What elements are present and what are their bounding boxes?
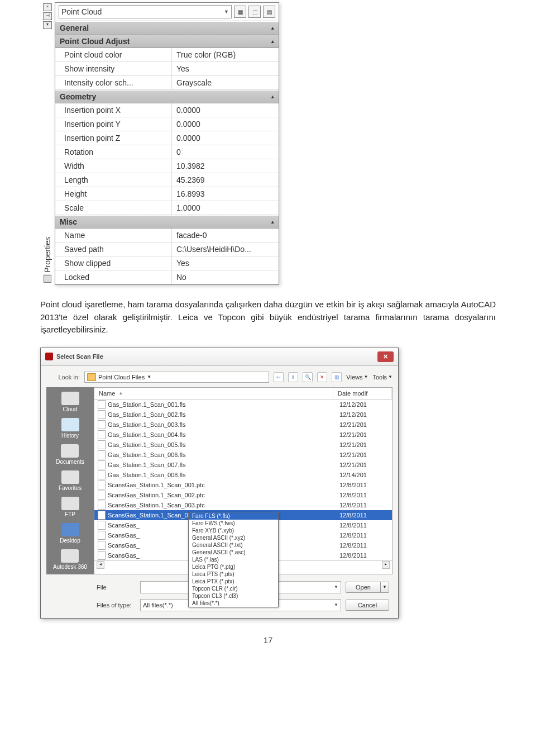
file-type-option[interactable]: LAS (*.las) [189,556,278,563]
file-icon [98,470,106,479]
file-type-option[interactable]: General ASCII (*.txt) [189,541,278,549]
section-header[interactable]: General▴ [55,21,279,35]
property-row[interactable]: Saved pathC:\Users\HeidiH\Do... [55,243,279,256]
property-row[interactable]: Insertion point Y0.0000 [55,117,279,131]
pin-icon[interactable]: ⊣ [43,12,52,20]
property-value[interactable]: 0.0000 [171,103,279,117]
open-split-icon[interactable]: ▼ [381,582,389,593]
file-type-option[interactable]: Faro FWS (*.fws) [189,520,278,527]
file-type-option[interactable]: General ASCII (*.xyz) [189,534,278,541]
quick-calc-icon[interactable]: ▤ [263,6,275,18]
places-item[interactable]: Favorites [59,470,82,491]
file-name: Gas_Station.1_Scan_004.fls [108,431,185,438]
file-type-option[interactable]: Topcon CL3 (*.cl3) [189,592,278,600]
property-value[interactable]: 0.0000 [171,117,279,131]
property-row[interactable]: Length45.2369 [55,173,279,187]
file-icon [98,430,106,439]
places-item[interactable]: History [61,418,79,439]
property-value[interactable]: 16.8993 [171,187,279,201]
file-row[interactable]: ScansGas_Station.1_Scan_001.ptc12/8/2011 [94,480,392,490]
delete-icon[interactable]: ✕ [317,372,327,382]
cancel-button[interactable]: Cancel [346,600,389,611]
property-row[interactable]: Width10.3982 [55,159,279,173]
places-item[interactable]: Cloud [61,392,79,412]
file-type-option[interactable]: General ASCII (*.asc) [189,549,278,556]
property-value[interactable]: C:\Users\HeidiH\Do... [171,243,279,256]
scroll-right-icon[interactable]: ▸ [382,561,390,569]
close-icon[interactable]: × [43,3,52,11]
place-icon [61,392,79,405]
scroll-left-icon[interactable]: ◂ [97,561,104,569]
col-date[interactable]: Date modif [338,390,367,397]
section-header[interactable]: Misc▴ [55,215,279,229]
col-name[interactable]: Name [99,390,115,397]
property-row[interactable]: Intensity color sch...Grayscale [55,76,279,90]
property-row[interactable]: LockedNo [55,270,279,284]
open-button[interactable]: Open [346,582,381,593]
file-type-option[interactable]: All files(*.*) [189,600,278,607]
file-row[interactable]: ScansGas_Station.1_Scan_003.ptc12/8/2011 [94,500,392,510]
back-icon[interactable]: ⇦ [274,372,284,382]
quick-select-icon[interactable]: ▦ [234,6,246,18]
file-type-option[interactable]: Faro XYB (*.xyb) [189,527,278,534]
property-value[interactable]: 0.0000 [171,131,279,145]
file-row[interactable]: Gas_Station.1_Scan_006.fls12/21/201 [94,450,392,460]
property-label: Locked [55,270,171,284]
property-value[interactable]: Yes [171,62,279,75]
places-item[interactable]: Autodesk 360 [53,549,87,570]
file-name: Gas_Station.1_Scan_003.fls [108,421,185,428]
file-icon [98,541,106,550]
property-value[interactable]: True color (RGB) [171,48,279,61]
file-type-option[interactable]: Faro FLS (*.fls) [189,512,278,520]
new-folder-icon[interactable]: ▥ [332,372,342,382]
section-header[interactable]: Point Cloud Adjust▴ [55,35,279,48]
property-row[interactable]: Insertion point Z0.0000 [55,131,279,145]
property-value[interactable]: 1.0000 [171,201,279,215]
file-row[interactable]: Gas_Station.1_Scan_002.fls12/12/201 [94,410,392,420]
file-type-option[interactable]: Leica PTX (*.ptx) [189,578,278,585]
close-button[interactable]: ✕ [377,351,394,362]
tools-menu[interactable]: Tools▼ [372,374,393,381]
file-row[interactable]: Gas_Station.1_Scan_005.fls12/21/201 [94,440,392,450]
file-row[interactable]: Gas_Station.1_Scan_008.fls12/14/201 [94,470,392,480]
property-value[interactable]: Grayscale [171,76,279,89]
menu-icon[interactable]: ▾ [43,21,52,29]
file-row[interactable]: Gas_Station.1_Scan_007.fls12/21/201 [94,460,392,470]
property-value[interactable]: 0 [171,145,279,159]
section-header[interactable]: Geometry▴ [55,90,279,103]
file-type-popup[interactable]: Faro FLS (*.fls)Faro FWS (*.fws)Faro XYB… [188,512,279,607]
property-row[interactable]: Scale1.0000 [55,201,279,215]
file-row[interactable]: ScansGas_Station.1_Scan_002.ptc12/8/2011 [94,490,392,500]
file-icon [98,531,106,540]
file-type-option[interactable]: Leica PTS (*.pts) [189,570,278,578]
property-value[interactable]: 45.2369 [171,173,279,187]
property-value[interactable]: Yes [171,256,279,270]
file-type-option[interactable]: Leica PTG (*.ptg) [189,563,278,570]
select-objects-icon[interactable]: ⬚ [248,6,261,18]
property-value[interactable]: facade-0 [171,229,279,242]
up-icon[interactable]: ⇧ [288,372,298,382]
property-row[interactable]: Point cloud colorTrue color (RGB) [55,48,279,62]
property-row[interactable]: Rotation0 [55,145,279,159]
file-type-option[interactable]: Topcon CLR (*.clr) [189,585,278,592]
places-item[interactable]: Desktop [60,523,80,544]
file-row[interactable]: Gas_Station.1_Scan_001.fls12/12/201 [94,400,392,410]
property-row[interactable]: Show intensityYes [55,62,279,76]
places-item[interactable]: FTP [61,497,79,517]
views-menu[interactable]: Views▼ [346,374,368,381]
property-row[interactable]: Insertion point X0.0000 [55,103,279,117]
file-row[interactable]: Gas_Station.1_Scan_004.fls12/21/201 [94,430,392,440]
places-item[interactable]: Documents [56,444,84,465]
search-icon[interactable]: 🔍 [303,372,313,382]
file-row[interactable]: Gas_Station.1_Scan_003.fls12/21/201 [94,420,392,430]
file-list[interactable]: Name▲ Date modif Gas_Station.1_Scan_001.… [94,387,393,574]
file-name: ScansGas_ [108,522,140,529]
object-type-select[interactable]: Point Cloud ▼ [59,5,232,18]
lookin-select[interactable]: Point Cloud Files ▼ [84,372,269,383]
property-value[interactable]: No [171,270,279,284]
property-row[interactable]: Show clippedYes [55,256,279,270]
property-row[interactable]: Height16.8993 [55,187,279,201]
app-icon [45,353,53,360]
property-value[interactable]: 10.3982 [171,159,279,173]
property-row[interactable]: Namefacade-0 [55,229,279,243]
